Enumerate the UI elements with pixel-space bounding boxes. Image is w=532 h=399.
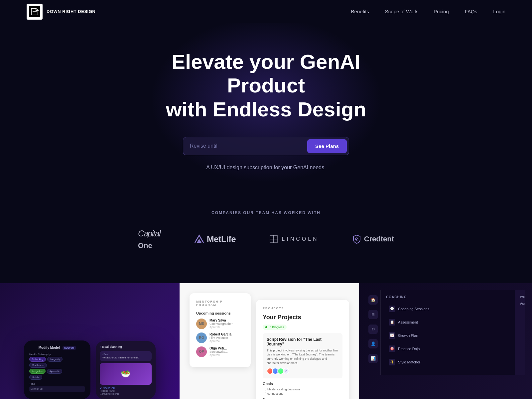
logo-icon (27, 4, 43, 20)
logo[interactable]: Down Right Design (27, 4, 95, 20)
portfolio-card-mentorship: MENTORSHIP PROGRAM Upcoming sessions MS … (180, 283, 359, 399)
credtent-logo: Credtent (352, 234, 394, 244)
nav-scope[interactable]: Scope of Work (385, 9, 418, 14)
session-olga: OP Olga Petr... Screenwrite... April 28 (196, 346, 244, 357)
session-mary: MS Mary Silva Cinematographer April 18 (196, 319, 244, 329)
phone-meal-planning-mockup: ‹ Meal planning JEAN What should I make … (96, 341, 156, 399)
capital-one-logo: Capital One (138, 228, 160, 250)
metlife-m-icon (194, 234, 205, 244)
metlife-logo: MetLife (194, 234, 236, 244)
sidebar-user-icon[interactable]: 👤 (368, 339, 378, 348)
see-plans-button[interactable]: See Plans (307, 139, 347, 153)
coaching-growth-plan-item[interactable]: 📈 Growth Plan (386, 330, 509, 341)
coaching-style-matcher-item[interactable]: ✨ Style Matcher (386, 356, 509, 368)
navbar: Down Right Design Benefits Scope of Work… (0, 0, 532, 23)
in-progress-badge: In Progress (263, 325, 287, 330)
nav-login[interactable]: Login (493, 9, 505, 14)
projects-panel: PROJECTS Your Projects In Progress Scrip… (256, 300, 349, 399)
session-robert: RG Robert Garcia Film Producer April 24 (196, 332, 244, 343)
nav-links: Benefits Scope of Work Pricing FAQs Logi… (351, 9, 505, 15)
companies-label: COMPANIES OUR TEAM HAS WORKED WITH (211, 210, 321, 215)
nav-faqs[interactable]: FAQs (465, 9, 477, 14)
companies-section: COMPANIES OUR TEAM HAS WORKED WITH Capit… (0, 191, 532, 263)
portfolio-card-health-app: Modify Model CUSTOM Health Philosophy Bi… (0, 283, 180, 399)
hero-subtitle: A UX/UI design subscription for your Gen… (206, 165, 326, 171)
sidebar-chart-icon[interactable]: 📊 (368, 354, 378, 363)
mentorship-sessions-panel: MENTORSHIP PROGRAM Upcoming sessions MS … (190, 293, 251, 367)
sidebar-grid-icon[interactable]: ⊞ (368, 310, 378, 319)
credtent-text: Credtent (364, 235, 394, 243)
coaching-assessment-item[interactable]: 📋 Assessment (386, 316, 509, 328)
lincoln-text: LINCOLN (282, 236, 319, 242)
search-bar: See Plans (183, 137, 349, 155)
writing-area: Writi... Asse... (515, 290, 525, 375)
companies-logos: Capital One MetLife LINCOLN (138, 228, 394, 250)
coaching-menu: Coaching 💬 Coaching Sessions 📋 Assessmen… (381, 290, 515, 375)
hero-title: Elevate your GenAI Product with Endless … (150, 50, 382, 121)
search-input[interactable] (190, 143, 307, 149)
coaching-practice-dojo-item[interactable]: 🎯 Practice Dojo (386, 343, 509, 355)
metlife-text: MetLife (207, 234, 236, 244)
project-card: Script Revision for "The Last Journey" T… (263, 333, 342, 378)
hero-section: Elevate your GenAI Product with Endless … (0, 23, 532, 191)
nav-benefits[interactable]: Benefits (351, 9, 369, 14)
logo-text: Down Right Design (47, 9, 95, 15)
lincoln-emblem-icon (269, 234, 278, 244)
nav-pricing[interactable]: Pricing (434, 9, 449, 14)
credtent-shield-icon (352, 234, 361, 244)
meal-image-placeholder: 🥗 (100, 363, 152, 385)
lincoln-logo: LINCOLN (269, 234, 319, 244)
coaching-sessions-item[interactable]: 💬 Coaching Sessions (386, 303, 509, 315)
portfolio-section: Modify Model CUSTOM Health Philosophy Bi… (0, 283, 532, 399)
sidebar-settings-icon[interactable]: ⚙ (368, 325, 378, 334)
phone-health-mockup: Modify Model CUSTOM Health Philosophy Bi… (24, 340, 90, 399)
sidebar-home-icon[interactable]: 🏠 (368, 295, 378, 305)
portfolio-card-coaching: 🏠 ⊞ ⚙ 👤 📊 Coaching 💬 Coaching Sessions 📋… (359, 283, 532, 399)
coaching-icon-sidebar: 🏠 ⊞ ⚙ 👤 📊 (366, 290, 381, 375)
